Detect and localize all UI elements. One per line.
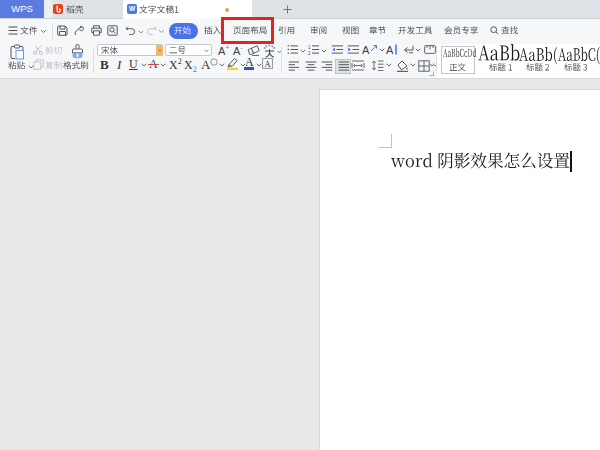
svg-text:A: A	[264, 59, 271, 69]
svg-text:1: 1	[308, 45, 311, 50]
svg-text:2: 2	[308, 51, 311, 56]
